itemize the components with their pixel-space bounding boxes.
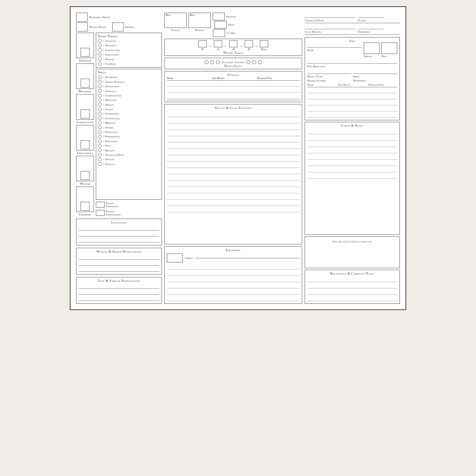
dexterity-score-box[interactable] xyxy=(78,65,92,79)
ws3-name[interactable] xyxy=(307,100,335,105)
vit-dice-box[interactable] xyxy=(213,29,225,37)
cargo-line-5[interactable] xyxy=(307,154,397,160)
ws4-name[interactable] xyxy=(307,106,335,111)
ws4-atk[interactable] xyxy=(338,106,366,111)
feature-line-6[interactable] xyxy=(167,143,300,149)
atk2-name[interactable] xyxy=(167,88,209,92)
skill-acro-circle[interactable] xyxy=(98,76,102,79)
languages-input-2[interactable] xyxy=(79,231,159,236)
initiative-box[interactable] xyxy=(213,13,225,20)
intelligence-score-box[interactable] xyxy=(78,126,92,140)
wt-box-0[interactable] xyxy=(198,40,207,47)
tool-vehicle-input-1[interactable] xyxy=(79,284,159,289)
equip-line-2[interactable] xyxy=(167,270,300,276)
tool-vehicle-input-3[interactable] xyxy=(79,296,159,301)
atk1-dmg[interactable] xyxy=(257,82,300,86)
strength-score-box[interactable] xyxy=(78,34,92,48)
ws2-dmg[interactable] xyxy=(369,94,397,99)
ws1-dmg[interactable] xyxy=(369,88,397,93)
save-dex-circle[interactable] xyxy=(98,44,102,47)
ws-row-4[interactable] xyxy=(307,106,397,111)
vitality-box[interactable]: Max xyxy=(164,13,187,28)
weapon-armor-input-3[interactable] xyxy=(79,267,159,272)
ws4-dmg[interactable] xyxy=(369,106,397,111)
save-con-circle[interactable] xyxy=(98,48,102,52)
skill-soh-circle[interactable] xyxy=(98,153,102,157)
constitution-score-box[interactable] xyxy=(78,96,92,109)
feature-line-11[interactable] xyxy=(167,175,300,181)
skill-hist-circle[interactable] xyxy=(98,103,102,106)
attack-row-3[interactable] xyxy=(167,94,300,99)
defense-box[interactable] xyxy=(112,23,124,31)
player-input[interactable] xyxy=(358,13,383,18)
feature-line-9[interactable] xyxy=(167,162,300,168)
feature-line-7[interactable] xyxy=(167,149,300,155)
save-str-circle[interactable] xyxy=(98,39,102,43)
destiny-points-box[interactable] xyxy=(76,23,88,31)
cargo-line-1[interactable] xyxy=(307,129,397,134)
charisma-score-box[interactable] xyxy=(78,188,92,202)
ws1-atk[interactable] xyxy=(338,88,366,93)
dmg-reduction-input[interactable] xyxy=(307,59,397,64)
ship-speed-input[interactable] xyxy=(353,69,397,74)
save-int-circle[interactable] xyxy=(98,53,102,56)
wt-box-minus2[interactable] xyxy=(214,40,222,47)
cargo-line-8[interactable] xyxy=(307,173,397,179)
charisma-mod-box[interactable] xyxy=(81,202,89,211)
constitution-mod-box[interactable] xyxy=(81,109,89,118)
feature-line-4[interactable] xyxy=(167,130,300,136)
success-1[interactable] xyxy=(205,60,208,64)
belong-line-3[interactable] xyxy=(307,289,397,295)
failure-2[interactable] xyxy=(252,60,256,64)
feature-line-15[interactable] xyxy=(167,200,300,206)
languages-input-3[interactable] xyxy=(79,237,159,242)
experience-input[interactable] xyxy=(358,24,383,29)
feature-line-3[interactable] xyxy=(167,124,300,130)
tool-vehicle-input-2[interactable] xyxy=(79,290,159,295)
skill-perf-circle[interactable] xyxy=(98,135,102,138)
char-name-input[interactable] xyxy=(305,13,355,18)
dexterity-mod-box[interactable] xyxy=(81,79,89,88)
ws-row-5[interactable] xyxy=(307,112,397,117)
skill-pers-circle[interactable] xyxy=(98,140,102,143)
atk1-name[interactable] xyxy=(167,82,209,86)
ws5-atk[interactable] xyxy=(338,112,366,117)
wisdom-score-box[interactable] xyxy=(78,157,92,171)
feature-line-10[interactable] xyxy=(167,169,300,174)
atk3-bonus[interactable] xyxy=(212,94,255,98)
belong-line-2[interactable] xyxy=(307,283,397,288)
feature-line-8[interactable] xyxy=(167,156,300,162)
wisdom-mod-box[interactable] xyxy=(81,171,89,180)
feature-line-1[interactable] xyxy=(167,111,300,117)
success-2[interactable] xyxy=(210,60,214,64)
ws2-atk[interactable] xyxy=(338,94,366,99)
ship-hull-box[interactable] xyxy=(381,43,397,54)
belong-line-4[interactable] xyxy=(307,295,397,301)
belong-line-1[interactable] xyxy=(307,276,397,282)
attack-row-2[interactable] xyxy=(167,88,300,93)
skill-med-circle[interactable] xyxy=(98,121,102,125)
passive-investigation-box[interactable] xyxy=(96,210,105,216)
wounds-box[interactable]: Max xyxy=(188,13,211,28)
save-cha-circle[interactable] xyxy=(98,62,102,66)
weapon-armor-input-1[interactable] xyxy=(79,255,159,260)
skill-astr-circle[interactable] xyxy=(98,85,102,88)
ws5-dmg[interactable] xyxy=(369,112,397,117)
languages-input-1[interactable] xyxy=(79,225,159,230)
skill-anh-circle[interactable] xyxy=(98,80,102,83)
passive-perception-box[interactable] xyxy=(96,202,105,208)
failure-1[interactable] xyxy=(247,60,250,64)
wt-box-minus4[interactable] xyxy=(229,40,237,47)
ship-name-input[interactable] xyxy=(307,43,362,48)
atk3-dmg[interactable] xyxy=(257,94,300,98)
ws-row-3[interactable] xyxy=(307,100,397,105)
equip-line-5[interactable] xyxy=(167,289,300,295)
feature-line-12[interactable] xyxy=(167,181,300,187)
proficiency-bonus-box[interactable] xyxy=(76,13,88,22)
cargo-line-3[interactable] xyxy=(307,141,397,147)
skill-comp-circle[interactable] xyxy=(98,94,102,97)
ws2-name[interactable] xyxy=(307,94,335,99)
feature-line-14[interactable] xyxy=(167,194,300,200)
weapon-armor-input-2[interactable] xyxy=(79,261,159,266)
ship-shields-box[interactable] xyxy=(364,43,380,54)
